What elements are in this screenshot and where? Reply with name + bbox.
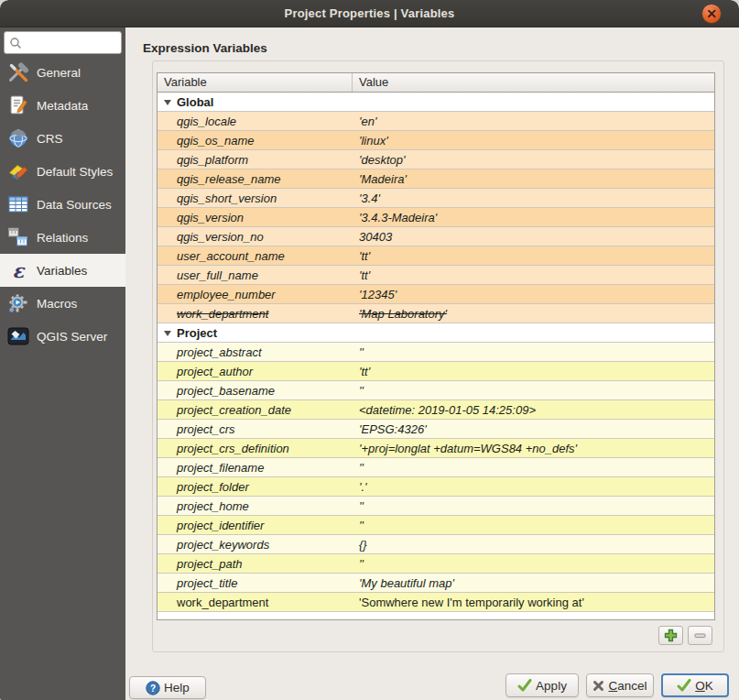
value-cell: '3.4.3-Madeira'	[353, 211, 714, 224]
table-row[interactable]: qgis_locale'en'	[158, 112, 714, 131]
table-row[interactable]: qgis_os_name'linux'	[158, 131, 714, 150]
titlebar[interactable]: Project Properties | Variables ✕	[0, 0, 739, 27]
apply-button[interactable]: Apply	[505, 673, 579, 697]
globe-icon	[6, 126, 30, 150]
variable-cell: project_abstract	[158, 345, 353, 359]
table-row[interactable]: work_department'Somwhere new I'm tempora…	[158, 593, 714, 612]
value-cell: 'My beautiful map'	[353, 576, 714, 590]
variable-cell: user_full_name	[158, 268, 353, 282]
variable-cell: project_path	[158, 557, 353, 571]
table-row[interactable]: project_crs_definition'+proj=longlat +da…	[158, 439, 714, 458]
metadata-icon	[6, 93, 30, 117]
window-title: Project Properties | Variables	[285, 6, 455, 20]
macros-gear-icon	[6, 291, 30, 315]
variable-cell: project_crs	[158, 422, 353, 436]
sidebar-item-relations[interactable]: Relations	[0, 221, 125, 254]
sidebar-item-qgis-server[interactable]: QGIS Server	[0, 320, 125, 353]
variable-cell: project_folder	[158, 480, 353, 494]
sidebar-item-label: General	[37, 66, 81, 80]
table-row[interactable]: project_crs'EPSG:4326'	[158, 420, 714, 439]
ok-check-icon	[677, 679, 691, 692]
svg-text:?: ?	[150, 683, 156, 693]
sidebar-item-label: Default Styles	[37, 165, 113, 179]
help-button[interactable]: ? Help	[129, 676, 206, 699]
variable-cell: project_title	[158, 576, 353, 590]
section-title: Expression Variables	[143, 41, 267, 55]
main-content: Expression Variables Variable Value Glob…	[125, 27, 739, 700]
table-row[interactable]: project_basename''	[158, 381, 714, 400]
close-button[interactable]: ✕	[701, 4, 722, 24]
value-cell: 'Somwhere new I'm temporarily working at…	[353, 596, 714, 609]
variable-cell: employee_number	[158, 288, 353, 301]
table-row[interactable]: project_creation_date<datetime: 2019-01-…	[158, 400, 714, 420]
search-input[interactable]	[22, 34, 114, 52]
sidebar: GeneralMetadataCRSDefault StylesData Sou…	[0, 27, 125, 700]
variable-cell: qgis_locale	[158, 115, 353, 128]
value-cell: ''	[353, 557, 714, 571]
remove-icon	[693, 629, 707, 642]
sidebar-item-crs[interactable]: CRS	[0, 122, 125, 155]
group-row-project[interactable]: Project	[158, 323, 714, 343]
table-row[interactable]: project_identifier''	[158, 516, 714, 535]
variable-cell: project_identifier	[158, 519, 353, 532]
cancel-button[interactable]: Cancel	[586, 673, 654, 697]
table-row[interactable]: project_filename''	[158, 458, 714, 477]
project-properties-dialog: Project Properties | Variables ✕ General…	[0, 0, 739, 700]
value-cell: 'tt'	[353, 365, 714, 378]
variable-cell: project_keywords	[158, 538, 353, 552]
sidebar-item-data-sources[interactable]: Data Sources	[0, 188, 125, 221]
sidebar-item-default-styles[interactable]: Default Styles	[0, 155, 125, 188]
variable-cell: work_department	[158, 596, 353, 609]
sidebar-item-metadata[interactable]: Metadata	[0, 89, 125, 122]
table-row[interactable]: employee_number'12345'	[158, 285, 714, 304]
value-cell: ''	[353, 461, 714, 475]
table-row[interactable]: project_title'My beautiful map'	[158, 574, 714, 593]
table-row[interactable]: project_folder'.'	[158, 477, 714, 497]
value-cell: 'EPSG:4326'	[353, 422, 714, 436]
table-row[interactable]: qgis_short_version'3.4'	[158, 189, 714, 208]
column-header-variable[interactable]: Variable	[158, 73, 353, 92]
value-cell: 'linux'	[353, 134, 714, 148]
value-cell: ''	[353, 384, 714, 398]
expression-variables-groupbox: Variable Value Globalqgis_locale'en'qgis…	[152, 60, 724, 652]
group-row-global[interactable]: Global	[158, 93, 714, 112]
sidebar-item-label: Metadata	[37, 99, 88, 113]
table-row[interactable]: qgis_release_name'Madeira'	[158, 170, 714, 189]
table-row[interactable]: project_abstract''	[158, 343, 714, 362]
value-cell: ''	[353, 519, 714, 532]
table-row[interactable]: project_path''	[158, 554, 714, 574]
table-row[interactable]: qgis_platform'desktop'	[158, 150, 714, 170]
collapse-arrow-icon[interactable]	[164, 331, 171, 336]
value-cell: ''	[353, 345, 714, 359]
variable-cell: project_crs_definition	[158, 442, 353, 455]
table-row[interactable]: project_author'tt'	[158, 362, 714, 381]
value-cell: '.'	[353, 480, 714, 494]
table-header: Variable Value	[158, 73, 714, 93]
value-cell: 'tt'	[353, 249, 714, 263]
data-table-icon	[6, 192, 30, 216]
variable-cell: project_basename	[158, 384, 353, 398]
remove-variable-button[interactable]	[688, 626, 712, 645]
table-row[interactable]: project_keywords{}	[158, 535, 714, 554]
table-row[interactable]: qgis_version'3.4.3-Madeira'	[158, 208, 714, 227]
sidebar-item-label: QGIS Server	[37, 330, 107, 344]
sidebar-item-variables[interactable]: εVariables	[0, 254, 125, 287]
add-variable-button[interactable]	[658, 626, 683, 645]
ok-button[interactable]: OK	[661, 673, 729, 697]
table-row[interactable]: qgis_version_no30403	[158, 227, 714, 246]
column-header-value[interactable]: Value	[353, 73, 388, 92]
search-box[interactable]	[4, 31, 122, 54]
variable-cell: qgis_os_name	[158, 134, 353, 148]
value-cell: 'en'	[353, 115, 714, 128]
sidebar-item-label: Variables	[37, 264, 87, 278]
relations-icon	[6, 225, 30, 249]
value-cell: '3.4'	[353, 191, 714, 205]
sidebar-item-macros[interactable]: Macros	[0, 287, 125, 320]
table-row[interactable]: work_department'Map Laboratory'	[158, 304, 714, 323]
sidebar-item-general[interactable]: General	[0, 56, 125, 89]
collapse-arrow-icon[interactable]	[164, 100, 171, 105]
value-cell: ''	[353, 499, 714, 513]
table-row[interactable]: project_home''	[158, 497, 714, 516]
table-row[interactable]: user_full_name'tt'	[158, 266, 714, 285]
table-row[interactable]: user_account_name'tt'	[158, 246, 714, 266]
